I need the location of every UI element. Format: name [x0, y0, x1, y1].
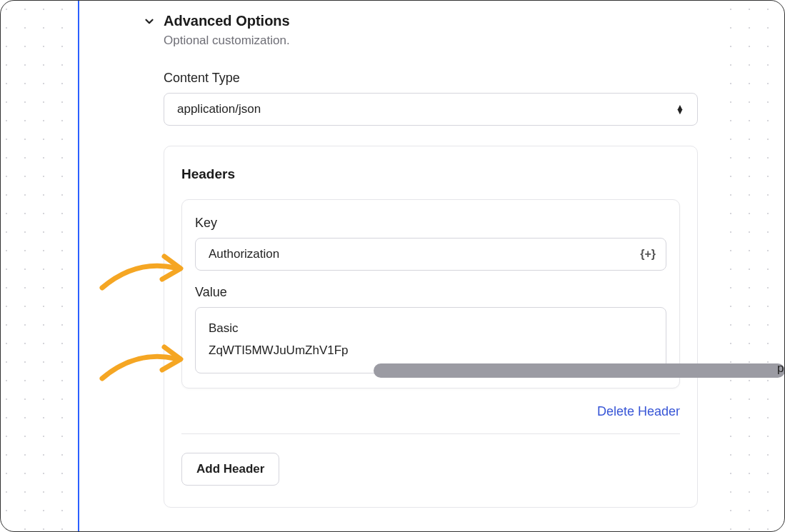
divider	[181, 433, 680, 434]
section-title: Advanced Options	[164, 13, 290, 29]
chevron-down-icon	[142, 14, 156, 29]
content-type-field: Content Type application/json ▲▼	[164, 71, 698, 126]
headers-title: Headers	[181, 166, 680, 182]
advanced-options-header[interactable]: Advanced Options	[142, 13, 714, 29]
key-input[interactable]: Authorization {+}	[195, 238, 666, 271]
header-item: Key Authorization {+} Value Basic ZqWTI5…	[181, 199, 680, 388]
value-line-1: Basic	[209, 318, 653, 340]
value-line-2: ZqWTI5MWJuUmZhV1Fp	[209, 340, 653, 362]
redacted-overlay	[374, 363, 785, 378]
panel-content: Advanced Options Optional customization.…	[79, 0, 714, 532]
value-trailing-char: p	[777, 361, 784, 376]
value-label: Value	[195, 285, 666, 300]
content-type-select[interactable]: application/json ▲▼	[164, 93, 698, 126]
insert-variable-icon[interactable]: {+}	[640, 248, 656, 261]
key-label: Key	[195, 216, 666, 231]
content-type-value: application/json	[177, 102, 261, 116]
content-type-label: Content Type	[164, 71, 698, 86]
delete-header-button[interactable]: Delete Header	[181, 404, 680, 419]
select-arrows-icon: ▲▼	[676, 105, 684, 114]
add-header-button[interactable]: Add Header	[181, 453, 279, 486]
section-subtitle: Optional customization.	[164, 34, 714, 48]
headers-card: Headers Key Authorization {+} Value Basi…	[164, 146, 698, 508]
key-input-value: Authorization	[209, 247, 279, 261]
